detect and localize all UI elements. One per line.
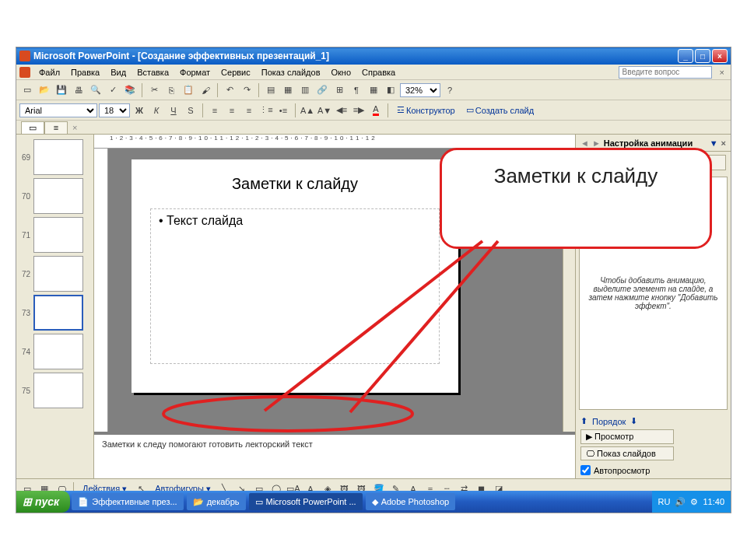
slide-bullet: Текст слайда [159,214,431,228]
notes-text: Заметки к следу помогают готовить лектор… [102,439,313,449]
order-up-icon[interactable]: ⬆ [580,416,587,426]
slide-canvas-area[interactable]: Заметки к слайду Текст слайда [108,149,563,432]
slide-title[interactable]: Заметки к слайду [150,175,440,193]
tab-close[interactable]: × [72,123,77,132]
slide[interactable]: Заметки к слайду Текст слайда [132,159,458,393]
menu-help[interactable]: Справка [356,66,401,79]
preview-button[interactable]: ▶ Просмотр [580,429,674,444]
tab-slides[interactable]: ▭ [21,121,44,134]
menu-slideshow[interactable]: Показ слайдов [256,66,326,79]
thumb-70[interactable] [33,178,83,214]
standard-toolbar: ▭ 📂 💾 🖶 🔍 ✓ 📚 ✂ ⎘ 📋 🖌 ↶ ↷ ▤ ▦ ▥ 🔗 ⊞ ¶ ▦ … [16,80,731,100]
menu-tools[interactable]: Сервис [216,66,256,79]
color-icon[interactable]: ◧ [383,82,398,98]
menubar: Файл Правка Вид Вставка Формат Сервис По… [16,65,731,80]
tables-borders-icon[interactable]: ▥ [297,82,313,98]
increase-font-icon[interactable]: A▲ [300,103,315,118]
bullets-icon[interactable]: •≡ [275,103,291,118]
redo-icon[interactable]: ↷ [239,82,254,98]
thumb-73[interactable] [33,295,83,331]
menu-edit[interactable]: Правка [65,66,105,79]
thumb-71[interactable] [33,217,83,253]
doc-icon [19,67,30,78]
notes-pane[interactable]: Заметки к следу помогают готовить лектор… [94,432,575,478]
help-icon[interactable]: ? [442,82,458,98]
table-icon[interactable]: ▦ [280,82,296,98]
decrease-font-icon[interactable]: A▼ [317,103,332,118]
menu-insert[interactable]: Вставка [132,66,174,79]
doc-close-button[interactable]: × [717,68,728,77]
chart-icon[interactable]: ▤ [263,82,279,98]
align-center-icon[interactable]: ≡ [224,103,240,118]
thumb-74[interactable] [33,334,83,369]
taskbar-item-1[interactable]: 📂 декабрь [187,493,246,510]
expand-icon[interactable]: ⊞ [331,82,347,98]
thumb-69[interactable] [33,139,83,175]
decrease-indent-icon[interactable]: ◀≡ [334,103,349,118]
menu-view[interactable]: Вид [105,66,132,79]
menu-format[interactable]: Формат [174,66,216,79]
italic-icon[interactable]: К [149,103,164,118]
menu-file[interactable]: Файл [33,66,65,79]
minimize-button[interactable]: _ [678,49,693,63]
hyperlink-icon[interactable]: 🔗 [314,82,330,98]
vertical-scrollbar[interactable] [563,149,575,432]
tp-fwd-icon[interactable]: ► [592,138,601,148]
cut-icon[interactable]: ✂ [146,82,162,98]
slideshow-button[interactable]: 🖵 Показ слайдов [580,446,674,460]
tray-icon2[interactable]: ⚙ [690,497,698,507]
app-window: Microsoft PowerPoint - [Создание эффекти… [16,47,731,513]
align-right-icon[interactable]: ≡ [241,103,257,118]
copy-icon[interactable]: ⎘ [163,82,179,98]
paste-icon[interactable]: 📋 [181,82,196,98]
maximize-button[interactable]: □ [695,49,710,63]
undo-icon[interactable]: ↶ [222,82,237,98]
spell-icon[interactable]: ✓ [105,82,121,98]
align-left-icon[interactable]: ≡ [207,103,223,118]
tp-dropdown[interactable]: ▼ [710,138,718,148]
thumbnail-pane: 69 70 71 72 73 74 75 [16,135,94,478]
tray-lang[interactable]: RU [658,497,671,506]
increase-indent-icon[interactable]: ≡▶ [351,103,366,118]
font-color-icon[interactable]: A [368,103,384,118]
underline-icon[interactable]: Ч [166,103,181,118]
tp-back-icon[interactable]: ◄ [580,138,589,148]
designer-button[interactable]: ☲ Конструктор [392,105,460,115]
research-icon[interactable]: 📚 [122,82,138,98]
order-down-icon[interactable]: ⬇ [630,416,637,426]
preview-icon[interactable]: 🔍 [88,82,103,98]
print-icon[interactable]: 🖶 [71,82,86,98]
slide-body[interactable]: Текст слайда [150,208,440,364]
taskbar-item-0[interactable]: 📄 Эффективные през... [72,493,183,510]
save-icon[interactable]: 💾 [54,82,69,98]
open-icon[interactable]: 📂 [37,82,52,98]
format-painter-icon[interactable]: 🖌 [198,82,213,98]
tab-outline[interactable]: ≡ [44,121,68,134]
grid-icon[interactable]: ▦ [366,82,381,98]
start-button[interactable]: ⊞ пуск [16,491,70,513]
add-effect-button[interactable]: ⚡ Добавить эффект ▼ [580,155,726,170]
bold-icon[interactable]: Ж [132,103,147,118]
numbering-icon[interactable]: ⋮≡ [258,103,274,118]
autopreview-checkbox[interactable]: Автопросмотр [580,465,726,475]
thumb-72[interactable] [33,256,83,292]
tp-close[interactable]: × [721,138,726,148]
tp-order-row: ⬆ Порядок ⬇ [580,416,726,426]
tp-hint: Чтобы добавить анимацию, выделите элемен… [579,177,728,410]
menu-window[interactable]: Окно [326,66,357,79]
close-button[interactable]: × [712,49,728,63]
shadow-icon[interactable]: S [183,103,198,118]
font-select[interactable]: Arial [19,103,97,117]
new-slide-button[interactable]: ▭ Создать слайд [461,105,538,115]
tray-icon[interactable]: 🔊 [675,497,686,507]
zoom-select[interactable]: 32% [400,83,440,97]
show-formatting-icon[interactable]: ¶ [349,82,364,98]
size-select[interactable]: 18 [99,103,130,117]
thumb-75[interactable] [33,373,83,408]
ask-question-input[interactable] [619,66,712,79]
titlebar: Microsoft PowerPoint - [Создание эффекти… [16,47,731,65]
taskbar-item-2[interactable]: ▭ Microsoft PowerPoint ... [249,493,363,510]
new-icon[interactable]: ▭ [19,82,35,98]
main-area: 69 70 71 72 73 74 75 1·2·3·4·5·6·7·8·9·1… [16,135,731,478]
taskbar-item-3[interactable]: ◆ Adobe Photoshop [366,493,455,510]
